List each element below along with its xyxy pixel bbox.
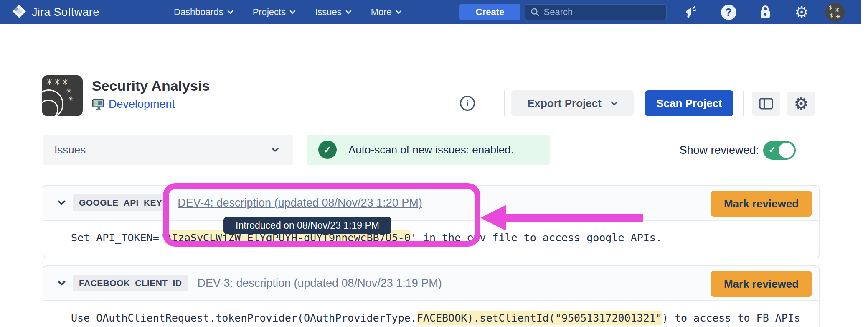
export-project-label: Export Project — [527, 97, 602, 110]
settings-gear-button[interactable]: ⚙ — [787, 92, 815, 116]
menu-more[interactable]: More — [371, 7, 402, 18]
menu-more-label: More — [371, 7, 392, 18]
toggle-check-icon: ✓ — [769, 145, 776, 155]
autoscan-status-pill: ✓ Auto-scan of new issues: enabled. — [307, 135, 550, 165]
jira-logo-text: Jira Software — [32, 6, 99, 19]
main-menu: Dashboards Projects Issues More — [174, 0, 402, 24]
secret-type-badge: FACEBOOK_CLIENT_ID — [73, 275, 188, 291]
chevron-down-icon — [271, 147, 279, 152]
code-text: ' in the env file to access google APIs. — [411, 232, 662, 244]
megaphone-icon[interactable] — [683, 4, 699, 20]
menu-projects-label: Projects — [253, 7, 286, 18]
issues-filter-value: Issues — [54, 143, 86, 156]
menu-dashboards[interactable]: Dashboards — [174, 7, 233, 18]
page-title: Security Analysis — [92, 78, 210, 94]
code-text: Use OAuthClientRequest.tokenProvider(OAu… — [71, 312, 417, 324]
secret-type-badge: GOOGLE_API_KEY — [73, 194, 168, 211]
collapse-chevron-icon[interactable] — [55, 277, 68, 289]
export-project-button[interactable]: Export Project — [511, 90, 634, 116]
issue-code-snippet: Use OAuthClientRequest.tokenProvider(OAu… — [43, 301, 819, 327]
show-reviewed-toggle[interactable]: ✓ — [763, 141, 796, 160]
top-navbar: Jira Software Dashboards Projects Issues… — [0, 0, 861, 24]
issue-title-link[interactable]: DEV-4: description (updated 08/Nov/23 1:… — [178, 197, 422, 209]
code-text: Set API_TOKEN=' — [71, 232, 165, 244]
chevron-down-icon — [396, 10, 402, 14]
development-link[interactable]: Development — [109, 98, 175, 111]
show-reviewed-label: Show reviewed: — [664, 144, 759, 157]
divider — [743, 91, 744, 116]
code-text: ) to access to FB APIs — [662, 312, 800, 324]
scan-project-button[interactable]: Scan Project — [645, 90, 733, 116]
chevron-down-icon — [289, 10, 296, 14]
issue-header: GOOGLE_API_KEY DEV-4: description (updat… — [43, 186, 819, 221]
chevron-down-icon — [345, 10, 352, 14]
check-circle-icon: ✓ — [318, 141, 337, 159]
avatar[interactable]: ✳ ✳ ✳ ✳ — [825, 3, 845, 22]
menu-issues[interactable]: Issues — [315, 7, 352, 18]
jira-logo[interactable]: Jira Software — [12, 0, 99, 24]
issue-title[interactable]: DEV-3: description (updated 08/Nov/23 1:… — [197, 277, 442, 290]
menu-issues-label: Issues — [315, 7, 342, 18]
menu-projects[interactable]: Projects — [253, 7, 296, 18]
jira-security-analysis-page: Jira Software Dashboards Projects Issues… — [0, 0, 868, 327]
issue-code-snippet: Set API_TOKEN='AIzaSyCLWjZW_ElYqPUYH-qUY… — [43, 221, 819, 255]
lock-icon[interactable] — [757, 4, 774, 20]
chevron-down-icon — [611, 101, 618, 106]
gear-icon[interactable]: ⚙ — [793, 4, 810, 20]
info-icon[interactable]: i — [460, 96, 475, 111]
jira-logo-icon — [12, 4, 27, 20]
mark-reviewed-button[interactable]: Mark reviewed — [711, 271, 812, 297]
issue-header: FACEBOOK_CLIENT_ID DEV-3: description (u… — [43, 266, 819, 301]
toggle-knob — [779, 143, 794, 158]
divider — [504, 91, 505, 116]
help-icon[interactable]: ? — [720, 4, 737, 20]
create-button[interactable]: Create — [459, 4, 520, 20]
gear-icon: ⚙ — [794, 95, 808, 113]
layout-panel-icon — [759, 98, 773, 110]
project-avatar: ✳✳✳ ✳ ✳ — [42, 75, 83, 116]
issue-card-dev-3: FACEBOOK_CLIENT_ID DEV-3: description (u… — [43, 265, 820, 327]
chevron-down-icon — [227, 10, 233, 14]
search-input[interactable] — [544, 7, 661, 18]
code-secret-highlight: FACEBOOK).setClientId("950513172001321" — [417, 311, 662, 325]
mark-reviewed-button[interactable]: Mark reviewed — [711, 191, 812, 217]
autoscan-status-text: Auto-scan of new issues: enabled. — [348, 143, 514, 156]
collapse-chevron-icon[interactable] — [55, 197, 68, 209]
search-icon — [530, 7, 540, 17]
layout-panel-button[interactable] — [752, 92, 780, 116]
issues-filter-dropdown[interactable]: Issues — [43, 135, 293, 165]
menu-dashboards-label: Dashboards — [174, 7, 223, 18]
issue-card-dev-4: GOOGLE_API_KEY DEV-4: description (updat… — [43, 185, 820, 258]
introduced-tooltip: Introduced on 08/Nov/23 1:19 PM — [223, 217, 391, 234]
search-box[interactable] — [525, 4, 667, 20]
project-breadcrumb: Development — [92, 98, 175, 111]
computer-icon — [92, 99, 104, 110]
